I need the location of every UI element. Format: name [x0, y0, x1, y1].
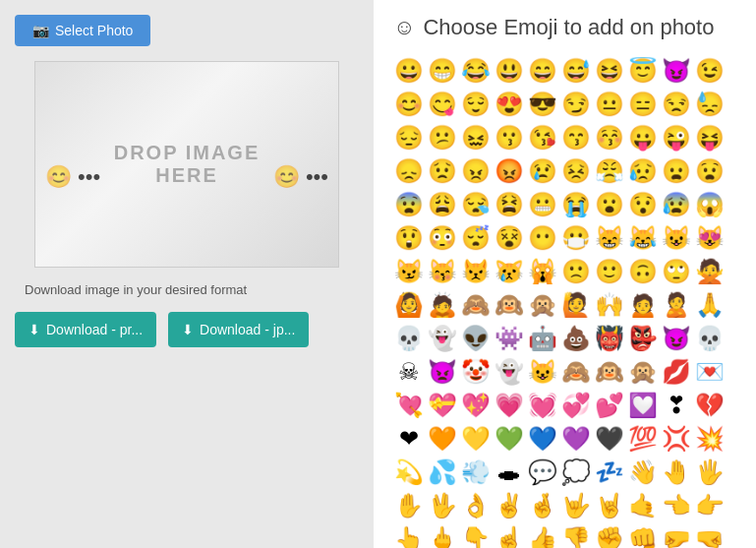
emoji-item[interactable]: 💯 [627, 423, 659, 455]
emoji-item[interactable]: 😈 [661, 323, 692, 354]
emoji-item[interactable]: ✋ [393, 490, 425, 521]
emoji-item[interactable]: 😱 [694, 189, 726, 220]
emoji-item[interactable]: 💩 [560, 323, 592, 354]
emoji-item[interactable]: 😋 [427, 89, 458, 120]
emoji-item[interactable]: 😽 [427, 256, 458, 287]
emoji-item[interactable]: 💔 [694, 390, 726, 421]
emoji-item[interactable]: 👾 [494, 323, 525, 354]
emoji-item[interactable]: 😛 [627, 122, 659, 153]
emoji-item[interactable]: 😂 [460, 55, 492, 87]
emoji-item[interactable]: 👻 [494, 356, 525, 388]
emoji-item[interactable]: 😬 [527, 189, 558, 220]
emoji-item[interactable]: 😉 [694, 55, 726, 87]
emoji-item[interactable]: 😣 [560, 155, 592, 187]
emoji-item[interactable]: 😺 [661, 222, 692, 254]
emoji-item[interactable]: 😳 [427, 222, 458, 254]
emoji-item[interactable]: 💝 [427, 390, 458, 421]
emoji-item[interactable]: 🤟 [560, 490, 592, 521]
emoji-item[interactable]: 🤞 [527, 490, 558, 521]
emoji-item[interactable]: 😄 [527, 55, 558, 87]
emoji-item[interactable]: 👻 [427, 323, 458, 354]
emoji-item[interactable]: 👽 [460, 323, 492, 354]
emoji-item[interactable]: 😵 [494, 222, 525, 254]
emoji-item[interactable]: 😈 [661, 55, 692, 87]
emoji-item[interactable]: 😀 [393, 55, 425, 87]
emoji-item[interactable]: 💢 [661, 423, 692, 455]
emoji-item[interactable]: 🖖 [427, 490, 458, 521]
emoji-item[interactable]: 🙁 [560, 256, 592, 287]
emoji-item[interactable]: 😇 [627, 55, 659, 87]
emoji-item[interactable]: 🤖 [527, 323, 558, 354]
emoji-item[interactable]: 🙋 [560, 289, 592, 321]
emoji-item[interactable]: 😢 [527, 155, 558, 187]
emoji-item[interactable]: 💤 [594, 457, 625, 488]
emoji-item[interactable]: 😎 [527, 89, 558, 120]
emoji-item[interactable]: 💚 [494, 423, 525, 455]
emoji-item[interactable]: 👊 [627, 523, 659, 548]
emoji-item[interactable]: 😚 [594, 122, 625, 153]
emoji-item[interactable]: 👺 [627, 323, 659, 354]
emoji-item[interactable]: 👌 [460, 490, 492, 521]
emoji-item[interactable]: 🤜 [694, 523, 726, 548]
emoji-item[interactable]: 😷 [560, 222, 592, 254]
emoji-item[interactable]: 😗 [494, 122, 525, 153]
emoji-item[interactable]: 😻 [694, 222, 726, 254]
emoji-item[interactable]: ☝ [494, 523, 525, 548]
emoji-item[interactable]: 👉 [694, 490, 726, 521]
emoji-item[interactable]: 🙈 [460, 289, 492, 321]
emoji-item[interactable]: 😧 [694, 155, 726, 187]
emoji-item[interactable]: 🖕 [427, 523, 458, 548]
emoji-item[interactable]: 🙅 [694, 256, 726, 287]
select-photo-button[interactable]: 📷 Select Photo [15, 15, 150, 46]
emoji-item[interactable]: 💫 [393, 457, 425, 488]
emoji-item[interactable]: 🙃 [627, 256, 659, 287]
emoji-item[interactable]: 😊 [393, 89, 425, 120]
emoji-item[interactable]: 🖐 [694, 457, 726, 488]
emoji-item[interactable]: 🙆 [393, 289, 425, 321]
emoji-item[interactable]: 😴 [460, 222, 492, 254]
emoji-item[interactable]: ❣ [661, 390, 692, 421]
emoji-item[interactable]: 😲 [393, 222, 425, 254]
emoji-item[interactable]: 🙎 [661, 289, 692, 321]
emoji-item[interactable]: 🖤 [594, 423, 625, 455]
download-png-button[interactable]: ⬇ Download - pr... [15, 312, 156, 347]
emoji-item[interactable]: 💗 [494, 390, 525, 421]
emoji-item[interactable]: 🙊 [627, 356, 659, 388]
emoji-item[interactable]: 😁 [427, 55, 458, 87]
emoji-item[interactable]: 💋 [661, 356, 692, 388]
emoji-item[interactable]: 😐 [594, 89, 625, 120]
emoji-item[interactable]: 🤡 [460, 356, 492, 388]
emoji-item[interactable]: 💬 [527, 457, 558, 488]
emoji-item[interactable]: 🤘 [594, 490, 625, 521]
emoji-item[interactable]: 😭 [560, 189, 592, 220]
emoji-item[interactable]: 😡 [494, 155, 525, 187]
emoji-item[interactable]: 😤 [594, 155, 625, 187]
emoji-item[interactable]: 😆 [594, 55, 625, 87]
emoji-item[interactable]: 💓 [527, 390, 558, 421]
emoji-item[interactable]: 😅 [560, 55, 592, 87]
emoji-item[interactable]: 😒 [661, 89, 692, 120]
emoji-item[interactable]: 😾 [460, 256, 492, 287]
emoji-item[interactable]: 😌 [460, 89, 492, 120]
emoji-item[interactable]: ✊ [594, 523, 625, 548]
emoji-item[interactable]: 😏 [560, 89, 592, 120]
emoji-item[interactable]: 😜 [661, 122, 692, 153]
emoji-item[interactable]: 🙂 [594, 256, 625, 287]
emoji-item[interactable]: 😮 [594, 189, 625, 220]
emoji-item[interactable]: 😝 [694, 122, 726, 153]
emoji-item[interactable]: 😔 [393, 122, 425, 153]
emoji-item[interactable]: 😖 [460, 122, 492, 153]
emoji-item[interactable]: 👇 [460, 523, 492, 548]
emoji-item[interactable]: 😘 [527, 122, 558, 153]
emoji-item[interactable]: 🙌 [594, 289, 625, 321]
emoji-item[interactable]: 💭 [560, 457, 592, 488]
emoji-item[interactable]: 🕳 [494, 457, 525, 488]
emoji-item[interactable]: 👹 [594, 323, 625, 354]
emoji-item[interactable]: 😑 [627, 89, 659, 120]
emoji-item[interactable]: 😿 [494, 256, 525, 287]
emoji-item[interactable]: 😩 [427, 189, 458, 220]
emoji-item[interactable]: 💌 [694, 356, 726, 388]
emoji-item[interactable]: 🙍 [627, 289, 659, 321]
emoji-item[interactable]: 🙀 [527, 256, 558, 287]
emoji-item[interactable]: 💞 [560, 390, 592, 421]
